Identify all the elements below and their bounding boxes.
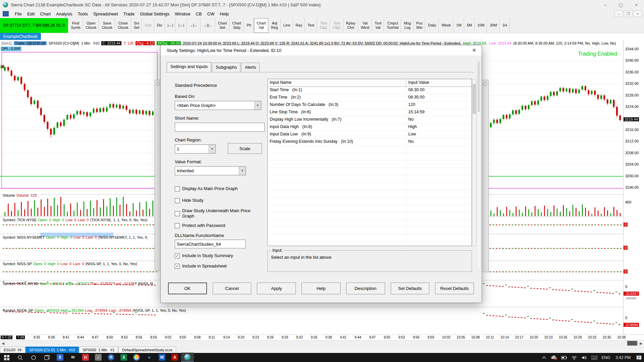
inputs-table[interactable]: Input Name Input Value Start Time (In:1)… <box>267 79 472 246</box>
mail-app-icon[interactable]: ✉ <box>66 353 79 362</box>
region-label-part: Low: 0 <box>73 235 84 239</box>
excel-icon[interactable]: X <box>117 353 130 362</box>
region-label-part: (NVOL-SP, 1, 1, Yes, 0, No, Yes) <box>133 308 186 312</box>
horizontal-scrollbar[interactable]: ◀ ▶ <box>0 340 644 346</box>
calendar-app-icon[interactable]: 31 <box>79 353 92 362</box>
checkbox-box-icon[interactable]: ✓ <box>175 264 180 269</box>
table-scrollbar[interactable] <box>472 79 477 246</box>
dialog-tab-alerts[interactable]: Alerts <box>241 63 260 72</box>
checkbox-box-icon[interactable] <box>175 186 180 191</box>
input-row[interactable]: End Time (In:2)08:35:00 <box>268 94 472 102</box>
input-row[interactable]: Start Time (In:1)08:30:00 <box>268 87 472 94</box>
value-format-select[interactable]: Inherited▼ <box>175 166 246 175</box>
checkbox-include-in-study-summary[interactable]: ✓Include in Study Summary <box>175 253 259 258</box>
r-app-icon[interactable]: R <box>105 353 117 362</box>
task-view-icon[interactable] <box>40 353 54 362</box>
short-name-label: Short Name: <box>175 116 199 121</box>
scroll-left-icon[interactable]: ◀ <box>0 341 6 346</box>
chart-region-select[interactable]: 1▼ <box>175 144 216 154</box>
region-label-part: Symbol: NVOL-NYSE <box>3 282 38 286</box>
price-scale-badge: -313397 <box>624 292 639 296</box>
checkbox-display-as-main-price-graph[interactable]: Display As Main Price Graph <box>175 186 259 191</box>
language-indicator[interactable]: ENG <box>599 355 612 360</box>
scroll-right-icon[interactable]: ▶ <box>638 341 644 346</box>
empty-row <box>268 161 472 168</box>
dialog-titlebar[interactable]: Study Settings: High/Low for Time Period… <box>161 45 482 55</box>
input-row[interactable]: Friday Evening Extends Into Sunday (In:1… <box>268 138 472 146</box>
based-on-select[interactable]: <Main Price Graph>▼ <box>175 101 261 110</box>
edge-icon[interactable]: e <box>143 353 156 362</box>
action-center-icon[interactable] <box>634 353 644 362</box>
scroll-thumb[interactable] <box>627 341 637 346</box>
tray-chevron-up-icon[interactable] <box>539 353 549 362</box>
chart-tab[interactable]: SPX500 1 Min #1 <box>79 347 118 353</box>
touch-keyboard-icon[interactable] <box>589 353 599 362</box>
checkbox-draw-study-underneath-main-price-graph[interactable]: Draw Study Underneath Main Price Graph <box>175 208 259 219</box>
checkbox-hide-study[interactable]: Hide Study <box>175 198 259 203</box>
region-label-part: (NISS-NYSEMKT, 1, 1, Yes, 0, <box>98 235 148 239</box>
ok-button[interactable]: OK <box>168 283 207 294</box>
input-row[interactable]: Display High Low Incrementally (In:7)No <box>268 116 472 124</box>
checkbox-box-icon[interactable] <box>175 198 180 203</box>
store-app-icon[interactable]: ⌂ <box>92 353 105 362</box>
header-segment: C: 3219.44 <box>101 41 121 45</box>
date-badge: 0-7-23 <box>1 336 12 339</box>
checkbox-box-icon[interactable] <box>175 223 180 228</box>
scale-button[interactable]: Scale <box>228 143 262 154</box>
time-label: 10:02 <box>442 336 450 339</box>
dialog-tab-subgraphs[interactable]: Subgraphs <box>212 63 240 72</box>
wifi-icon[interactable] <box>569 353 579 362</box>
cortana-icon[interactable] <box>27 353 40 362</box>
input-row[interactable]: Input Data Low (In:9)Low <box>268 131 472 138</box>
dialog-close-icon[interactable]: ✕ <box>467 45 482 55</box>
short-name-input[interactable] <box>175 123 265 132</box>
header-segment: High: 3219.59, <box>463 41 487 45</box>
word-icon[interactable]: W <box>156 353 168 362</box>
checkbox-protect-with-password[interactable]: Protect with Password <box>175 223 259 228</box>
dll-function-input[interactable]: SierraChartStudies_64 <box>175 240 246 248</box>
region-label-row: VolumeVolume: 125 <box>3 193 38 197</box>
region-label-part: High: -351394 <box>60 308 84 312</box>
checkbox-include-in-spreadsheet[interactable]: ✓Include in Spreadsheet <box>175 263 259 269</box>
taskbar-clock[interactable]: 3:42 PM <box>612 355 634 360</box>
acrobat-icon[interactable]: A <box>168 353 181 362</box>
checkbox-label: Draw Study Underneath Main Price Graph <box>182 208 259 219</box>
dll-function-label: DLLName.FunctionName <box>175 233 224 238</box>
dialog-scrollbar[interactable] <box>477 61 480 269</box>
chrome-icon[interactable] <box>130 353 143 362</box>
time-label: 9:02 <box>165 336 171 339</box>
chart-tab[interactable]: ESU20 #9 <box>0 347 25 353</box>
dialog-tab-settings-and-inputs[interactable]: Settings and Inputs <box>167 62 211 72</box>
volume-icon[interactable] <box>579 353 589 362</box>
windows-start-icon[interactable] <box>0 353 13 362</box>
price-scale-badge: 0 <box>624 223 628 227</box>
help-button[interactable]: Help <box>302 283 340 294</box>
battery-icon[interactable] <box>559 353 569 362</box>
chat-app-icon[interactable]: S <box>54 353 66 362</box>
input-row[interactable]: Line Stop Time (In:6)15:14:59 <box>268 109 472 116</box>
based-on-label: Based On: <box>175 94 195 99</box>
time-label: 9:08 <box>194 336 201 339</box>
input-row[interactable]: Input Data High (In:8)High <box>268 124 472 131</box>
time-label: 9:29 <box>282 336 288 339</box>
chart-tab[interactable]: SPX500 [CV-D] 1 Min #10 <box>25 347 78 353</box>
set-defaults-button[interactable]: Set Defaults <box>391 283 430 294</box>
region-label-part: Open: -299713 <box>40 282 64 286</box>
chart-tab[interactable]: DefaultSpreadsheetStudy.scss <box>118 347 176 353</box>
search-icon[interactable] <box>13 353 27 362</box>
cancel-button[interactable]: Cancel <box>213 283 252 294</box>
checkbox-label: Hide Study <box>182 198 204 203</box>
input-value-cell: High <box>406 124 472 131</box>
dialog-button-row: OKCancelApplyHelpDescriptionSet Defaults… <box>168 283 474 294</box>
apply-button[interactable]: Apply <box>257 283 296 294</box>
checkbox-box-icon[interactable] <box>175 211 180 216</box>
time-label: 10:11 <box>486 336 494 339</box>
input-value-cell: 120 <box>406 102 472 109</box>
checkbox-box-icon[interactable]: ✓ <box>175 253 180 258</box>
input-row[interactable]: Number Of Days To Calculate (In:3)120 <box>268 102 472 109</box>
input-value-cell: Low <box>406 131 472 138</box>
description-button[interactable]: Description <box>346 283 385 294</box>
sierra-chart-icon[interactable] <box>181 353 194 362</box>
onedrive-icon[interactable] <box>549 353 559 362</box>
reset-defaults-button[interactable]: Reset Defaults <box>435 283 474 294</box>
